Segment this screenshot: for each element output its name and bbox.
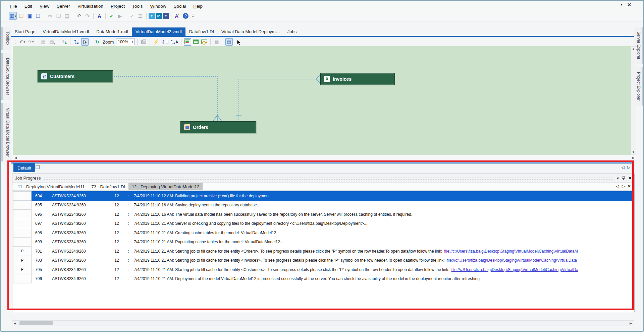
progress-marker-cell[interactable]: P — [13, 265, 32, 274]
scrollbar-thumb[interactable] — [19, 321, 53, 325]
list-button[interactable]: ☰ — [137, 12, 144, 20]
zoom-combobox[interactable]: 100%▾ — [116, 39, 135, 45]
checkin-button[interactable]: ✓ — [128, 12, 136, 20]
scroll-right-button[interactable]: ▶ — [629, 321, 633, 326]
menu-file[interactable]: File — [6, 2, 21, 10]
style-button[interactable]: A✦ — [173, 12, 181, 20]
row-header-cell[interactable] — [13, 219, 32, 228]
table-row[interactable]: 697 ASTWKS234:9260 12 : 7/4/2019 11:10:2… — [13, 219, 634, 228]
panel-close-button[interactable]: ✕ — [628, 176, 632, 181]
print-button[interactable] — [140, 38, 147, 46]
table-row[interactable]: 698 ASTWKS234:9260 12 : 7/4/2019 11:10:2… — [13, 228, 634, 238]
entity-invoices[interactable]: X Invoices — [320, 73, 395, 85]
menu-project[interactable]: Project — [107, 2, 128, 10]
menu-server[interactable]: Server — [53, 2, 74, 10]
row-header-cell[interactable] — [13, 238, 32, 247]
job-tab-close-button[interactable]: ✕ — [628, 184, 631, 189]
entity-keys-view-button[interactable] — [201, 38, 208, 46]
report-button[interactable]: ▤ — [40, 38, 47, 46]
save-button[interactable]: ▣ — [26, 12, 34, 20]
strip-scroll-right-button[interactable]: ▷ — [627, 165, 630, 170]
scroll-left-button[interactable]: ◀ — [13, 321, 17, 326]
scroll-up-button[interactable]: ▲ — [631, 47, 636, 51]
table-row[interactable]: 696 ASTWKS234:9260 12 : 7/4/2019 11:10:1… — [13, 210, 634, 219]
menu-help[interactable]: Help — [190, 2, 206, 10]
dataflow-link[interactable]: file://c:\Users\fiza.baig\Desktop\Stagin… — [444, 249, 578, 254]
open-button[interactable]: ❐ — [17, 12, 25, 20]
menu-window[interactable]: Window — [146, 2, 170, 10]
menu-view[interactable]: View — [36, 2, 53, 10]
undo-button[interactable]: ↶ — [75, 12, 83, 20]
canvas-vertical-scrollbar[interactable]: ▲ ▼ — [631, 46, 636, 155]
scroll-right-button[interactable]: ▶ — [632, 155, 635, 160]
entity-customers[interactable]: ⇄ Customers — [38, 70, 113, 82]
auto-name-button[interactable]: A — [170, 38, 179, 46]
job-tab-11[interactable]: 11 - Deploying VirtualDataModel11 — [14, 183, 88, 190]
export-report-button[interactable]: ▤● — [48, 38, 55, 46]
cut-button[interactable]: ✂ — [46, 12, 54, 20]
linkedin-button[interactable]: in — [156, 13, 162, 19]
pointer-tool-button[interactable] — [81, 38, 89, 46]
menu-tools[interactable]: Tools — [128, 2, 147, 10]
row-header-cell[interactable] — [13, 274, 32, 284]
table-row[interactable]: 706 ASTWKS234:9260 12 : 7/4/2019 11:10:2… — [13, 274, 634, 284]
font-button[interactable]: A — [96, 12, 103, 20]
bottom-horizontal-scrollbar[interactable]: ◀ ▶ — [12, 320, 634, 326]
sidebar-tab-datasource-browser[interactable]: DataSource Browser — [1, 53, 11, 100]
row-header-cell[interactable] — [13, 210, 32, 219]
job-tabs-scroll-right-button[interactable]: ▷ — [622, 184, 625, 189]
dataflow-link[interactable]: file://c:\Users\fiza.baig\Desktop\Stagin… — [451, 267, 578, 272]
strip-scroll-left-button[interactable]: ◁ — [622, 165, 625, 170]
validate-model-button[interactable]: ⚡ — [152, 38, 160, 46]
toolbar-grip-icon[interactable]: ⋮ — [4, 14, 7, 18]
table-row[interactable]: P 703 ASTWKS234:9260 12 : 7/4/2019 11:10… — [13, 256, 634, 265]
new-model-dropdown-button[interactable]: ▦▾ — [9, 12, 17, 20]
job-tab-12[interactable]: 12 - Deploying VirtualDataModel12 — [128, 183, 203, 190]
add-relationship-button[interactable] — [73, 38, 80, 46]
run-deploy-button[interactable]: ↻▶ — [60, 38, 68, 46]
progress-marker-cell[interactable]: P — [13, 256, 32, 265]
tab-dataflow1[interactable]: Dataflow1.Df — [185, 27, 218, 36]
row-header-cell[interactable] — [13, 201, 32, 210]
menu-edit[interactable]: Edit — [21, 2, 36, 10]
diagram-undo-button[interactable]: ↶▾ — [19, 38, 26, 46]
row-header-cell[interactable] — [13, 228, 32, 238]
new-perspective-button[interactable]: ❏✦ — [35, 164, 42, 170]
job-tabs-scroll-left-button[interactable]: ◁ — [616, 184, 619, 189]
close-document-button[interactable]: ✕ — [627, 2, 631, 7]
table-row[interactable]: P 705 ASTWKS234:9260 12 : 7/4/2019 11:10… — [13, 265, 634, 274]
add-table-button[interactable]: ▦ — [213, 38, 220, 46]
tab-start-page[interactable]: Start Page — [11, 27, 39, 36]
canvas-horizontal-scrollbar[interactable]: ◀ ▶ — [13, 155, 636, 160]
job-tab-73[interactable]: 73 - Dataflow1.Df — [88, 183, 128, 190]
tab-virtualdatamodel1[interactable]: VirtualDataModel1.vmdl — [39, 27, 93, 36]
entity-compact-view-button[interactable] — [184, 38, 191, 46]
panel-dropdown-button[interactable]: ▾ — [617, 176, 619, 181]
toolbar-grip-icon[interactable]: ⋮ — [14, 40, 17, 44]
table-row[interactable]: 699 ASTWKS234:9260 12 : 7/4/2019 11:10:2… — [13, 238, 634, 247]
toolbar-overflow-button[interactable]: ▾ — [192, 14, 194, 18]
properties-view-button[interactable]: ▤ — [225, 38, 233, 46]
diagram-redo-button[interactable]: ↷▾ — [27, 38, 35, 46]
paste-button[interactable]: ▤ — [63, 12, 71, 20]
progress-marker-cell[interactable]: P — [13, 247, 32, 256]
redo-button[interactable]: ↷ — [84, 12, 91, 20]
tab-virtualdatamodel2[interactable]: VirtualDataModel2.vmdl — [132, 27, 185, 36]
tab-default-perspective[interactable]: Default — [13, 163, 35, 172]
sidebar-tab-virtual-data-model-browser[interactable]: Virtual Data Model Browser — [1, 103, 11, 161]
entity-orders[interactable]: ▦ Orders — [180, 121, 256, 133]
job-progress-header[interactable]: Job Progress ▾ ✕ — [12, 174, 634, 183]
save-all-button[interactable]: ❐ — [34, 12, 42, 20]
menu-virtualization[interactable]: Virtualization — [74, 2, 107, 10]
run-button[interactable]: ▶ — [116, 12, 124, 20]
entity-attributes-view-button[interactable] — [192, 38, 200, 46]
table-row[interactable]: 695 ASTWKS234:9260 12 : 7/4/2019 11:10:1… — [13, 201, 634, 210]
menu-social[interactable]: Social — [170, 2, 190, 10]
sidebar-tab-toolbox[interactable]: Toolbox — [1, 27, 11, 50]
help-button[interactable]: ? — [182, 12, 190, 20]
scroll-down-button[interactable]: ▼ — [631, 150, 636, 154]
diagram-canvas[interactable]: ⇄ Customers X Invoices ▦ Orders — [13, 46, 631, 155]
twitter-button[interactable]: t — [149, 13, 155, 19]
facebook-button[interactable]: f — [163, 13, 169, 19]
pin-icon[interactable] — [622, 176, 625, 180]
